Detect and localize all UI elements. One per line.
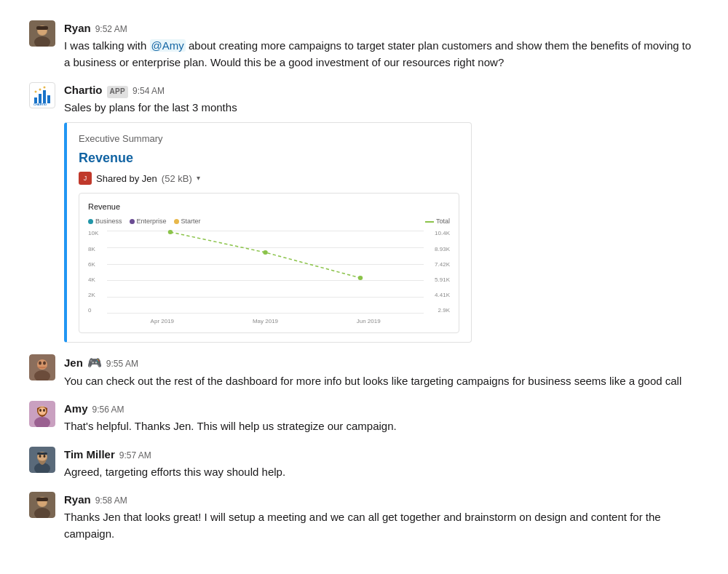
message-ryan-2: Ryan 9:58 AM Thanks Jen that looks great…: [15, 486, 713, 548]
chart-title: Revenue: [88, 201, 450, 212]
legend-label-total: Total: [436, 217, 450, 226]
message-text: That's helpful. Thanks Jen. This will he…: [64, 418, 699, 435]
y-label-10k: 10K: [88, 231, 107, 236]
svg-point-27: [43, 409, 45, 412]
svg-point-16: [358, 276, 363, 280]
message-jen: Jen 🎮 9:55 AM You can check out the rest…: [15, 348, 713, 395]
revenue-chart: Revenue Business Enterprise Starter: [79, 193, 459, 333]
x-label-may: May 2019: [218, 317, 314, 326]
svg-point-12: [44, 87, 46, 89]
x-label-apr: Apr 2019: [114, 317, 210, 326]
sender-name: Ryan: [64, 492, 91, 508]
svg-rect-39: [36, 498, 48, 501]
message-header: Amy 9:56 AM: [64, 401, 699, 417]
legend-label-starter: Starter: [181, 217, 201, 226]
y-label-8k: 8K: [88, 247, 107, 252]
total-line-svg: [107, 231, 424, 314]
avatar-jen: [29, 354, 55, 380]
jen-avatar-icon: J: [79, 172, 92, 185]
message-header: Tim Miller 9:57 AM: [64, 447, 699, 463]
ryan-message-2-content: Ryan 9:58 AM Thanks Jen that looks great…: [64, 492, 699, 542]
svg-point-26: [39, 409, 41, 412]
svg-rect-8: [43, 90, 46, 103]
svg-point-10: [35, 91, 37, 93]
message-header: Chartio APP 9:54 AM: [64, 82, 699, 98]
svg-point-15: [263, 250, 268, 255]
message-header: Ryan 9:52 AM: [64, 20, 699, 36]
message-tim: Tim Miller 9:57 AM Agreed, targeting eff…: [15, 441, 713, 487]
y-right-label-0: 2.9K: [424, 308, 450, 314]
card-meta: J Shared by Jen (52 kB) ▾: [79, 172, 459, 186]
sender-name: Chartio: [64, 82, 103, 98]
jen-emoji-icon: 🎮: [87, 354, 102, 371]
message-amy: Amy 9:56 AM That's helpful. Thanks Jen. …: [15, 395, 713, 441]
y-axis-right: 2.9K 4.41K 5.91K 7.42K 8.93K 10.4K: [424, 231, 450, 325]
sender-name: Tim Miller: [64, 447, 115, 463]
card-summary-title: Executive Summary: [79, 132, 459, 146]
y-label-6k: 6K: [88, 262, 107, 268]
timestamp: 9:57 AM: [119, 450, 151, 463]
svg-point-11: [39, 89, 41, 91]
x-axis-labels: Apr 2019 May 2019 Jun 2019: [107, 317, 424, 326]
legend-business: Business: [88, 217, 122, 226]
svg-rect-9: [47, 95, 50, 103]
message-text: Agreed, targeting efforts this way shoul…: [64, 464, 699, 481]
y-label-0: 0: [88, 308, 107, 314]
chart-legend: Business Enterprise Starter: [88, 217, 450, 226]
timestamp: 9:52 AM: [95, 23, 127, 36]
revenue-card[interactable]: Executive Summary Revenue J Shared by Je…: [64, 122, 472, 343]
legend-dot-total: [425, 221, 434, 223]
x-label-jun: Jun 2019: [320, 317, 416, 326]
timestamp: 9:55 AM: [106, 358, 138, 371]
timestamp: 9:54 AM: [132, 85, 165, 98]
message-list: Ryan 9:52 AM I was talking with @Amy abo…: [0, 15, 728, 548]
y-right-label-2: 5.91K: [424, 277, 450, 283]
y-right-label-5: 10.4K: [424, 231, 450, 236]
message-header: Jen 🎮 9:55 AM: [64, 354, 699, 371]
avatar-ryan-2: [29, 492, 55, 518]
sender-name: Amy: [64, 401, 88, 417]
bars-area: Apr 2019 May 2019 Jun 2019: [107, 231, 424, 325]
message-text: You can check out the rest of the dashbo…: [64, 373, 699, 390]
amy-message-content: Amy 9:56 AM That's helpful. Thanks Jen. …: [64, 401, 699, 435]
legend-starter: Starter: [174, 217, 201, 226]
legend-dot-starter: [174, 219, 179, 224]
legend-total: Total: [425, 217, 450, 226]
ryan-message-1-content: Ryan 9:52 AM I was talking with @Amy abo…: [64, 20, 699, 71]
shared-by-text: Shared by Jen: [96, 172, 157, 186]
jen-message-content: Jen 🎮 9:55 AM You can check out the rest…: [64, 354, 699, 389]
svg-rect-32: [37, 453, 47, 455]
y-right-label-1: 4.41K: [424, 292, 450, 298]
svg-point-14: [168, 230, 173, 234]
y-label-4k: 4K: [88, 277, 107, 283]
sender-name: Jen: [64, 355, 83, 371]
dropdown-arrow-icon[interactable]: ▾: [197, 173, 200, 184]
avatar-ryan: [29, 20, 55, 47]
svg-point-34: [44, 455, 46, 458]
legend-dot-enterprise: [130, 219, 135, 224]
message-text: Sales by plans for the last 3 months: [64, 100, 699, 116]
chartio-message-content: Chartio APP 9:54 AM Sales by plans for t…: [64, 82, 699, 343]
message-header: Ryan 9:58 AM: [64, 492, 699, 508]
avatar-chartio: CHARTIO: [29, 82, 55, 108]
avatar-tim: [29, 447, 55, 473]
legend-enterprise: Enterprise: [130, 217, 167, 226]
sender-name: Ryan: [64, 20, 91, 36]
y-right-label-4: 8.93K: [424, 247, 450, 252]
message-text: Thanks Jen that looks great! I will setu…: [64, 509, 699, 542]
svg-point-33: [39, 455, 41, 458]
svg-text:CHARTIO: CHARTIO: [33, 103, 47, 106]
svg-rect-4: [36, 26, 48, 30]
svg-point-25: [39, 407, 47, 415]
app-badge: APP: [107, 86, 128, 98]
message-ryan-1: Ryan 9:52 AM I was talking with @Amy abo…: [15, 15, 713, 76]
mention-amy[interactable]: @Amy: [150, 39, 186, 52]
message-text: I was talking with @Amy about creating m…: [64, 38, 699, 71]
y-right-label-3: 7.42K: [424, 262, 450, 268]
legend-dot-business: [88, 219, 93, 224]
file-size: (52 kB): [162, 172, 192, 186]
svg-point-20: [39, 362, 41, 365]
card-title: Revenue: [79, 148, 459, 167]
timestamp: 9:56 AM: [92, 404, 124, 417]
legend-label-business: Business: [95, 217, 122, 226]
